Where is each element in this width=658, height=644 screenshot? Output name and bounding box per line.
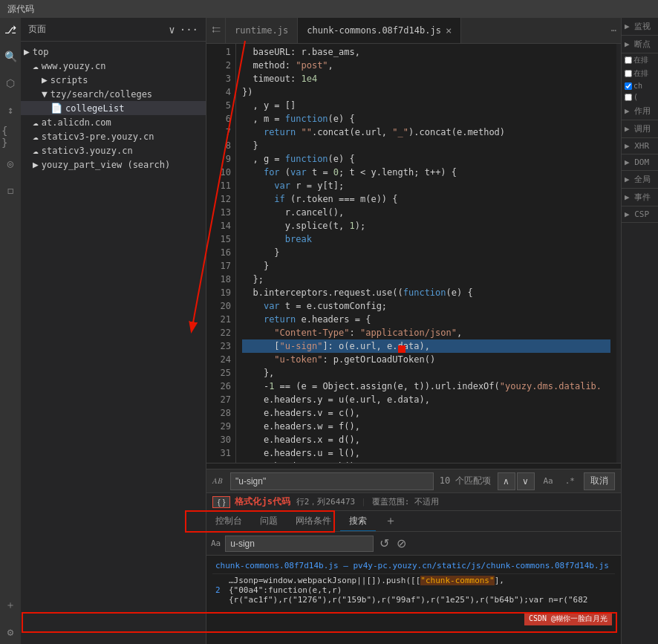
checkbox-label-3: ch [633,82,642,90]
folder-collapsed-icon: ▶ [42,74,48,85]
code-line: , m = function(e) { [242,112,610,126]
refresh-btn[interactable]: ↺ [378,536,391,550]
tab-issues[interactable]: 问题 [251,511,287,531]
panel-scope[interactable]: ▶ 作用 [622,103,658,120]
tree-item-staticv3[interactable]: ☁ staticv3.youzy.cn [21,143,206,157]
tab-add[interactable]: ＋ [376,511,405,531]
file-tree: ▶ top ☁ www.youzy.cn ▶ scripts ▼ tzy/sea… [21,42,206,644]
panel-callstack[interactable]: ▶ 调用 [622,120,658,138]
explorer-icon[interactable]: ⎇ [1,21,19,39]
code-line: break [242,232,610,246]
memory-icon[interactable]: ◻ [1,181,19,199]
format-btn-area: { } 格式化js代码 [212,495,290,508]
checkbox-3[interactable] [625,82,632,90]
tab-console[interactable]: 控制台 [206,511,251,531]
folder-icon: ▶ [24,46,30,57]
clear-btn[interactable]: ⊘ [395,536,408,550]
sidebar-actions[interactable]: ∨ ··· [169,24,198,36]
code-line: b.interceptors.request.use((function(e) … [242,286,610,299]
checkbox-4[interactable] [625,94,632,101]
settings-icon[interactable]: ⚙ [1,623,19,641]
checkbox-row-1[interactable]: 在排 [622,53,658,67]
right-panel: ▶ 监视 ▶ 断点 在排 在排 ch ( ▶ 作用 ▶ 调用 ▶ XHR ▶ D… [621,18,658,644]
checkbox-2[interactable] [625,70,632,77]
code-line: e.headers.u = l(), [242,446,610,460]
code-content[interactable]: 12345 678910 1112131415 1617181920 21222… [206,44,621,463]
checkbox-label-1: 在排 [633,55,648,65]
code-line: r.cancel(), [242,206,610,219]
network-icon[interactable]: ↕ [1,101,19,119]
checkbox-row-3[interactable]: ch [622,80,658,91]
tree-item-staticv3pre[interactable]: ☁ staticv3-pre.youzy.cn [21,129,206,143]
regex-btn[interactable]: .* [562,476,578,486]
code-line: return e.headers = { [242,313,610,326]
code-line-usign: ["u-sign"]: o(e.url, e.data), [242,339,610,353]
tree-item-youzy-part[interactable]: ▶ youzy_part_view (search) [21,157,206,172]
code-line: return "".concat(e.url, "_").concat(e.me… [242,126,610,139]
code-line: -1 == (e = Object.assign(e, t)).url.inde… [242,380,610,393]
code-line: y.splice(t, 1); [242,219,610,232]
tree-item-www[interactable]: ☁ www.youzy.cn [21,59,206,73]
code-line: e.headers.z = h(), [242,460,610,463]
panel-dom[interactable]: ▶ DOM [622,155,658,171]
code-line: } [242,246,610,259]
cloud-icon-3: ☁ [33,131,39,142]
tree-item-top[interactable]: ▶ top [21,45,206,59]
code-line: e.headers.x = d(), [242,433,610,446]
checkbox-row-4[interactable]: ( [622,91,658,103]
bottom-tabs: 控制台 问题 网络条件 搜索 ＋ [206,511,621,532]
checkbox-1[interactable] [625,56,632,64]
tab-runtime-label: runtime.js [235,25,288,36]
performance-icon[interactable]: ◎ [1,155,19,172]
cancel-btn[interactable]: 取消 [584,472,615,490]
find-input-container[interactable] [230,472,434,490]
panel-csp[interactable]: ▶ CSP [622,206,658,223]
find-input[interactable] [235,476,429,487]
search-icon[interactable]: 🔍 [1,48,19,65]
sidebar-title: 页面 [28,23,46,36]
add-icon[interactable]: ＋ [1,596,19,614]
tab-overflow-icon[interactable]: ⋯ [611,25,616,36]
folder-expanded-icon: ▼ [42,88,48,100]
tree-item-alicdn[interactable]: ☁ at.alicdn.com [21,115,206,129]
sidebar-more-btn[interactable]: ··· [180,24,198,36]
search-result-line-row[interactable]: 2 …Jsonp=window.webpackJsonp||[]).push([… [212,574,615,606]
tab-bar-right: ⋯ [611,25,621,36]
tab-runtime[interactable]: runtime.js [226,18,298,43]
code-line: }) [242,85,610,99]
code-line: var t = e.customConfig; [242,299,610,313]
sidebar-chevron[interactable]: ∨ [169,24,175,36]
tree-item-scripts[interactable]: ▶ scripts [21,73,206,87]
search-next-btn[interactable]: ∨ [517,472,535,490]
panel-xhr[interactable]: ▶ XHR [622,138,658,155]
folder-icon-2: ▶ [33,159,39,170]
debug-icon[interactable]: ⬡ [1,74,19,92]
panel-event[interactable]: ▶ 事件 [622,189,658,206]
case-sensitive-btn[interactable]: Aa [541,476,556,486]
checkbox-label-2: 在排 [633,68,648,79]
tab-bar: ⮄ runtime.js chunk-commons.08f7d14b.js ×… [206,18,621,44]
format-code-btn[interactable]: { } [212,496,230,508]
scrollbar-h[interactable] [206,463,621,469]
tree-item-collegelist[interactable]: 📄 collegeList [21,101,206,115]
find-bar: 𝐴𝐵 10 个匹配项 ∧ ∨ Aa .* 取消 [206,469,621,492]
code-line: e.headers.w = f(), [242,420,610,433]
tab-bar-navigate[interactable]: ⮄ [206,18,226,43]
bottom-panel: 控制台 问题 网络条件 搜索 ＋ Aa ↺ ⊘ chunk-commons.08… [206,510,621,644]
panel-search-input[interactable] [225,536,374,552]
checkbox-row-2[interactable]: 在排 [622,67,658,80]
line-numbers: 12345 678910 1112131415 1617181920 21222… [206,44,236,463]
tab-chunk-close[interactable]: × [446,25,452,36]
tree-item-tzy[interactable]: ▼ tzy/search/colleges [21,87,206,101]
tab-chunk[interactable]: chunk-commons.08f7d14b.js × [298,18,461,43]
search-prev-btn[interactable]: ∧ [498,472,515,490]
cloud-icon: ☁ [33,60,39,71]
tab-search[interactable]: 搜索 [340,511,376,531]
sources-icon[interactable]: { } [1,128,19,146]
panel-monitor[interactable]: ▶ 监视 [622,18,658,36]
panel-breakpoints[interactable]: ▶ 断点 [622,36,658,53]
tab-network-conditions[interactable]: 网络条件 [287,511,340,531]
code-line: } [242,139,610,152]
format-icon: { } [218,498,225,507]
panel-global[interactable]: ▶ 全局 [622,171,658,189]
